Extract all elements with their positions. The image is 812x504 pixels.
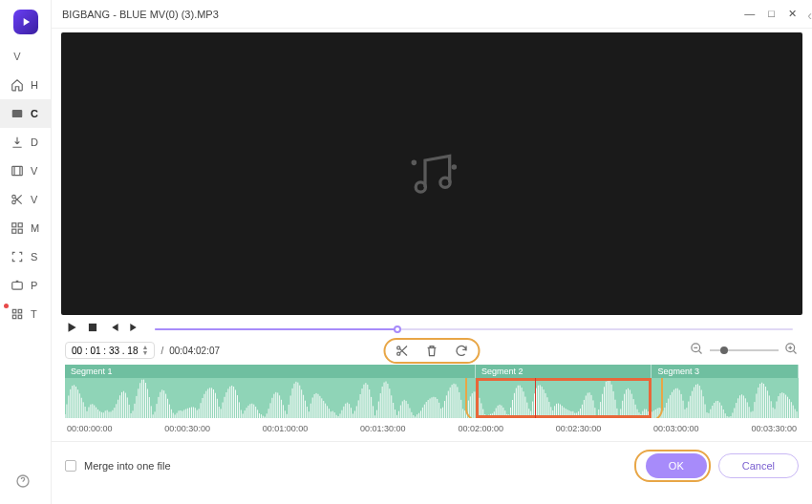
svg-point-19	[397, 352, 400, 355]
ruler-mark: 00:03:30:00	[751, 424, 797, 433]
ruler-mark: 00:00:00:00	[67, 424, 113, 433]
svg-rect-6	[12, 229, 16, 233]
apps-icon	[10, 307, 25, 321]
sidebar-item-home[interactable]: H	[0, 71, 51, 99]
footer: Merge into one file OK Cancel	[52, 441, 812, 492]
grid-icon	[10, 221, 25, 235]
sidebar-item-video[interactable]: V	[0, 157, 51, 185]
ruler-mark: 00:02:00:00	[458, 424, 503, 433]
ok-button-highlight: OK	[634, 450, 711, 482]
svg-rect-10	[18, 309, 22, 313]
label-icon: V	[10, 51, 25, 62]
svg-rect-9	[12, 309, 16, 313]
seekbar[interactable]	[155, 325, 793, 334]
music-note-icon	[405, 147, 459, 200]
cut-tool-button[interactable]	[395, 344, 410, 358]
focus-icon	[10, 250, 25, 263]
sidebar-item-toolbox[interactable]: T	[0, 300, 51, 328]
app-logo	[13, 10, 38, 34]
ruler-mark: 00:00:30:00	[164, 424, 210, 433]
svg-rect-0	[12, 110, 23, 117]
zoom-slider[interactable]	[710, 349, 779, 351]
sidebar-label: V	[31, 165, 37, 177]
svg-rect-12	[18, 315, 22, 319]
tv-icon	[10, 279, 25, 292]
sidebar-label: P	[31, 280, 37, 291]
window-title: BIGBANG - BLUE MV(0) (3).MP3	[62, 9, 219, 20]
cancel-button[interactable]: Cancel	[718, 453, 799, 478]
close-button[interactable]: ✕	[788, 8, 797, 20]
sidebar-item-0[interactable]: V	[0, 42, 51, 71]
svg-rect-8	[12, 283, 23, 290]
sidebar-item-merge[interactable]: M	[0, 214, 51, 242]
edit-tools-highlight	[384, 338, 481, 364]
current-time-input[interactable]: 00 : 01 : 33 . 18 ▲▼	[65, 342, 155, 359]
sidebar-item-player[interactable]: P	[0, 271, 51, 300]
convert-icon	[10, 107, 25, 120]
playhead[interactable]	[535, 378, 536, 418]
sidebar-item-download[interactable]: D	[0, 128, 51, 157]
zoom-out-button[interactable]	[690, 342, 704, 360]
media-preview	[61, 32, 802, 315]
playback-controls	[52, 315, 812, 338]
timeline[interactable]: Segment 1Segment 2Segment 3 00:00:00:000…	[65, 365, 799, 437]
rotate-tool-button[interactable]	[455, 344, 469, 358]
segment-tab-2[interactable]: Segment 3	[652, 365, 799, 378]
svg-rect-5	[18, 223, 22, 227]
total-time: 00:04:02:07	[169, 346, 220, 356]
time-separator: /	[160, 346, 163, 356]
play-button[interactable]	[65, 321, 78, 338]
svg-point-16	[453, 166, 455, 168]
delete-tool-button[interactable]	[425, 344, 439, 358]
svg-rect-11	[12, 315, 16, 319]
help-icon[interactable]	[15, 473, 31, 493]
ruler-mark: 00:01:00:00	[263, 424, 309, 433]
sidebar-label: M	[31, 222, 39, 234]
svg-point-3	[12, 200, 16, 204]
segments-bar: Segment 1Segment 2Segment 3	[65, 365, 799, 378]
ruler-mark: 00:02:30:00	[556, 424, 602, 433]
ruler-mark: 00:03:00:00	[653, 424, 699, 433]
maximize-button[interactable]: □	[768, 8, 775, 20]
panel-sash-icon[interactable]: ‹	[807, 8, 812, 23]
film-icon	[10, 164, 25, 178]
titlebar: BIGBANG - BLUE MV(0) (3).MP3 — □ ✕	[52, 0, 812, 29]
merge-checkbox[interactable]	[65, 460, 76, 472]
svg-rect-1	[12, 166, 23, 175]
minimize-button[interactable]: —	[744, 8, 755, 20]
main-panel: BIGBANG - BLUE MV(0) (3).MP3 — □ ✕	[52, 0, 812, 504]
sidebar-label: V	[31, 194, 37, 205]
sidebar: V H C D V V M S P T	[0, 0, 52, 504]
waveform[interactable]	[65, 378, 799, 418]
sidebar-label: H	[31, 79, 38, 91]
ok-button[interactable]: OK	[646, 453, 707, 478]
segment-tab-1[interactable]: Segment 2	[476, 365, 652, 378]
scissors-icon	[10, 193, 25, 206]
segment-tab-0[interactable]: Segment 1	[65, 365, 476, 378]
svg-point-13	[416, 182, 425, 192]
ruler-mark: 00:01:30:00	[360, 424, 406, 433]
sidebar-item-screen[interactable]: S	[0, 242, 51, 271]
download-icon	[10, 136, 25, 149]
svg-point-14	[440, 178, 450, 187]
current-time-value: 00 : 01 : 33 . 18	[72, 346, 139, 356]
svg-point-15	[413, 161, 415, 163]
time-ruler: 00:00:00:0000:00:30:0000:01:00:0000:01:3…	[65, 418, 799, 437]
svg-rect-4	[12, 223, 16, 227]
svg-rect-17	[89, 324, 96, 331]
sidebar-label: D	[31, 136, 38, 148]
sidebar-label: T	[31, 308, 37, 320]
zoom-in-button[interactable]	[784, 342, 799, 360]
stop-button[interactable]	[86, 321, 99, 338]
home-icon	[10, 78, 25, 92]
next-button[interactable]	[128, 321, 141, 338]
svg-point-2	[12, 195, 16, 199]
svg-rect-7	[18, 229, 22, 233]
svg-point-18	[397, 346, 400, 348]
time-stepper[interactable]: ▲▼	[142, 345, 149, 356]
sidebar-item-convert[interactable]: C	[0, 99, 51, 128]
prev-button[interactable]	[107, 321, 120, 338]
sidebar-label: S	[31, 251, 37, 262]
sidebar-item-cut[interactable]: V	[0, 185, 51, 214]
sidebar-label: C	[31, 108, 38, 119]
